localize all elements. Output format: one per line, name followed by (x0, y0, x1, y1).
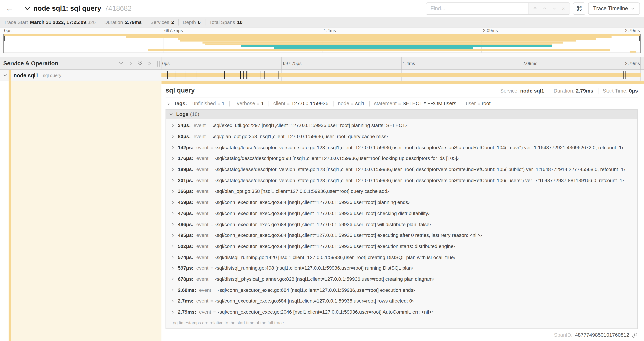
log-value: ‹sql/conn_executor_exec.go:684 [nsql1,cl… (215, 232, 482, 238)
back-button[interactable]: ← (0, 0, 20, 17)
tags-accordion[interactable]: Tags: _unfinished=1_verbose=1client=127.… (166, 97, 638, 109)
log-row[interactable]: 80μs:event=‹sql/plan_opt.go:358 [nsql1,c… (170, 131, 638, 142)
log-value: ‹sql/catalog/lease/descriptor_version_st… (215, 167, 625, 172)
log-row[interactable]: 678μs:event=‹sql/distsql_physical_planne… (170, 274, 638, 284)
logs-count: (18) (190, 111, 199, 117)
duration-label: Duration: (554, 88, 574, 94)
tag-item: statement=SELECT * FROM users (369, 101, 456, 106)
chevron-right-icon (170, 123, 175, 128)
log-equals: = (208, 277, 215, 281)
minimap-span (148, 49, 610, 51)
tag-equals: = (396, 101, 402, 106)
tag-value: 127.0.0.1:59936 (291, 101, 328, 106)
total-spans-group: Total Spans 10 (205, 19, 247, 26)
chevron-right-icon (170, 288, 175, 292)
log-row[interactable]: 459μs:event=‹sql/conn_executor_exec.go:6… (170, 197, 638, 208)
log-event-tick (246, 71, 247, 79)
minimap-span (205, 43, 552, 45)
log-field-name: event (194, 134, 206, 139)
log-value: ‹sql/conn_executor_exec.go:684 [nsql1,cl… (218, 287, 415, 293)
log-row[interactable]: 486μs:event=‹sql/conn_executor_exec.go:6… (170, 219, 638, 230)
log-equals: = (206, 134, 212, 139)
deep-link-icon[interactable] (632, 332, 638, 338)
expand-all-icon[interactable] (147, 61, 152, 66)
log-value: ‹sql/conn_executor_exec.go:684 [nsql1,cl… (215, 298, 414, 304)
span-row[interactable]: node sql1 sql query (0, 70, 644, 81)
keyboard-shortcuts-button[interactable]: ⌘ (573, 2, 585, 15)
span-name-column: node sql1 sql query (0, 70, 161, 81)
log-row[interactable]: 2.7ms:event=‹sql/conn_executor_exec.go:6… (170, 296, 638, 306)
services-group: Services 2 (146, 19, 178, 26)
ruler-gridline (640, 57, 641, 70)
tag-value: root (482, 101, 490, 106)
expand-one-icon[interactable] (128, 61, 133, 66)
service-label: Service: (500, 88, 519, 94)
log-row[interactable]: 502μs:event=‹sql/conn_executor_exec.go:6… (170, 241, 638, 252)
log-equals: = (208, 200, 215, 205)
chevron-right-icon (170, 244, 175, 248)
depth-group: Depth 6 (178, 19, 205, 26)
log-row[interactable]: 597μs:event=‹sql/distsql_running.go:498 … (170, 263, 638, 274)
minimap-canvas[interactable] (3, 34, 641, 53)
span-collapse-chevron-icon[interactable] (3, 73, 8, 78)
chevron-right-icon (170, 310, 175, 314)
log-field-name: event (194, 123, 206, 128)
log-equals: = (208, 189, 215, 194)
log-row[interactable]: 201μs:event=‹sql/catalog/lease/descripto… (170, 175, 638, 186)
log-row[interactable]: 34μs:event=‹sql/exec_util.go:2297 [nsql1… (170, 120, 638, 131)
collapse-header-chevron-icon[interactable] (24, 5, 30, 12)
tag-item: user=root (461, 101, 490, 106)
tag-value: 1 (261, 101, 264, 106)
chevron-right-icon (166, 101, 171, 106)
log-row[interactable]: 476μs:event=‹sql/conn_executor_exec.go:6… (170, 208, 638, 219)
log-row[interactable]: 574μs:event=‹sql/distsql_running.go:1420… (170, 252, 638, 263)
find-prev-icon[interactable] (540, 3, 549, 14)
services-value: 2 (172, 20, 174, 25)
log-event-tick (245, 71, 245, 79)
log-equals: = (208, 178, 215, 183)
span-detail-title: sql query (166, 87, 195, 94)
ruler-tick-label: 2.79ms (625, 61, 640, 66)
duration-value: 2.79ms (576, 88, 593, 94)
find-next-icon[interactable] (549, 3, 559, 14)
log-row[interactable]: 495μs:event=‹sql/conn_executor_exec.go:6… (170, 230, 638, 241)
locate-icon[interactable]: ⌖ (530, 3, 540, 14)
log-row[interactable]: 2.69ms:event=‹sql/conn_executor_exec.go:… (170, 284, 638, 295)
chevron-right-icon (170, 299, 175, 303)
minimap-tick-label: 0μs (4, 28, 12, 33)
collapse-all-icon[interactable] (137, 61, 142, 66)
log-equals: = (206, 123, 212, 128)
log-field-name: event (196, 265, 208, 271)
log-row[interactable]: 189μs:event=‹sql/catalog/lease/descripto… (170, 164, 638, 175)
log-equals: = (208, 145, 215, 150)
log-event-tick (194, 71, 194, 79)
log-row[interactable]: 366μs:event=‹sql/plan_opt.go:358 [nsql1,… (170, 186, 638, 197)
span-id-label: SpanID: (554, 332, 572, 338)
tag-key: user (466, 101, 476, 106)
span-duration-bar[interactable] (161, 73, 641, 77)
log-row[interactable]: 2.79ms:event=‹sql/conn_executor_exec.go:… (170, 306, 638, 317)
log-field-name: event (196, 145, 208, 150)
ruler-tick-label: 0μs (162, 61, 170, 66)
column-resize-grip[interactable] (157, 61, 160, 67)
find-input[interactable] (426, 3, 528, 14)
tag-equals: = (285, 101, 291, 106)
log-timestamp: 34μs: (178, 123, 190, 128)
trace-view-dropdown[interactable]: Trace Timeline (588, 2, 640, 15)
log-field-name: event (196, 276, 208, 282)
ruler-tick-label: 2.09ms (522, 61, 537, 66)
log-row[interactable]: 176μs:event=‹sql/catalog/descs/descripto… (170, 153, 638, 164)
chevron-right-icon (170, 222, 175, 226)
logs-accordion-header[interactable]: Logs (18) (166, 110, 638, 119)
log-row[interactable]: 142μs:event=‹sql/catalog/lease/descripto… (170, 142, 638, 153)
collapse-one-icon[interactable] (118, 61, 124, 66)
log-field-name: event (196, 221, 208, 227)
log-equals: = (208, 298, 215, 303)
clear-find-icon[interactable]: × (559, 3, 568, 14)
tag-equals: = (216, 101, 222, 106)
chevron-right-icon (170, 167, 175, 172)
log-event-tick (264, 71, 264, 79)
ruler-tick-label: 697.75μs (283, 61, 302, 66)
chevron-right-icon (170, 233, 175, 238)
log-field-name: event (199, 309, 211, 315)
